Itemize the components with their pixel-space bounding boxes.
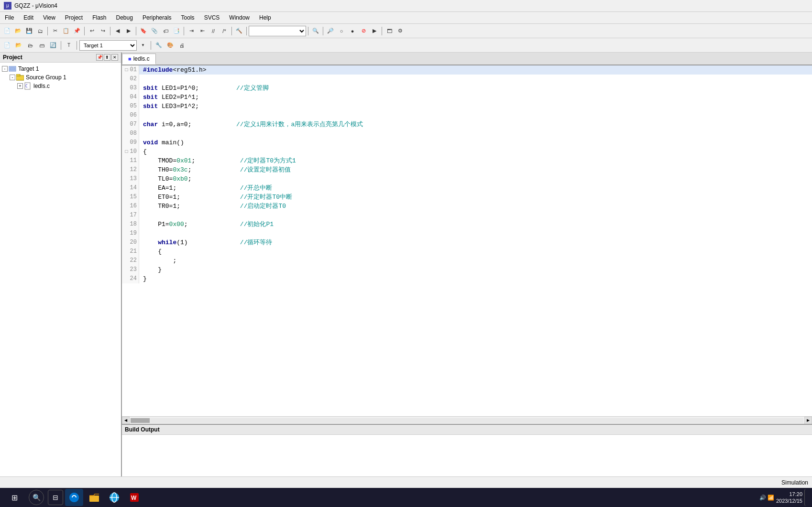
scroll-track[interactable] [131, 418, 803, 423]
start-button[interactable]: ⊞ [4, 489, 25, 506]
code-line-06: 06 [122, 111, 812, 120]
menu-edit[interactable]: Edit [19, 13, 38, 22]
scroll-right-button[interactable]: ▶ [804, 417, 812, 424]
save-all-button[interactable]: 🗂 [35, 26, 45, 36]
menu-project[interactable]: Project [60, 13, 88, 22]
panel-float-button[interactable]: ⬆ [104, 54, 110, 61]
menu-help[interactable]: Help [254, 13, 276, 22]
zoom-in-button[interactable]: 🔎 [325, 26, 336, 36]
code-line-16: 16 TR0=1; //启动定时器T0 [122, 202, 812, 211]
project-header: Project 📌 ⬆ ✕ [0, 53, 121, 63]
separator7 [246, 27, 247, 35]
code-line-05: 05 sbit LED3=P1^2; [122, 102, 812, 111]
new-file-button[interactable]: 📄 [2, 26, 12, 36]
folder-button[interactable]: 🗁 [25, 40, 35, 51]
code-content-12: TH0=0x3c; //设置定时器初值 [139, 165, 295, 174]
nav-back-button[interactable]: ◀ [112, 26, 123, 36]
paste-button[interactable]: 📌 [72, 26, 82, 36]
menu-debug[interactable]: Debug [111, 13, 138, 22]
settings-button[interactable]: ⚙ [395, 26, 406, 36]
menu-window[interactable]: Window [224, 13, 254, 22]
tree-source-group[interactable]: - Source Group 1 [0, 73, 121, 82]
code-line-11: 11 TMOD=0x01; //定时器T0为方式1 [122, 156, 812, 165]
code-editor[interactable]: □ 01 #include<reg51.h> 02 03 sbit LED1=P… [122, 65, 812, 416]
panel-close-button[interactable]: ✕ [111, 54, 118, 61]
editor-scrollbar[interactable]: ◀ ▶ [122, 416, 812, 424]
stop-button[interactable]: ⊘ [358, 26, 369, 36]
bookmark2-button[interactable]: 📎 [149, 26, 160, 36]
target-options-button[interactable]: T [64, 40, 74, 51]
app-icon: μ [4, 2, 11, 10]
taskbar-explorer[interactable] [85, 489, 103, 506]
reload-button[interactable]: 🔄 [48, 40, 58, 51]
print-button[interactable]: 🖨 [176, 40, 187, 51]
search-button[interactable]: 🔍 [29, 490, 44, 505]
redo-button[interactable]: ↪ [98, 26, 108, 36]
separator3 [110, 27, 110, 35]
indent-button[interactable]: ⇥ [186, 26, 197, 36]
uncomment-button[interactable]: /* [219, 26, 230, 36]
code-content-14: EA=1; //开总中断 [139, 183, 276, 193]
new2-button[interactable]: 📄 [2, 40, 12, 51]
db-button[interactable]: 🗃 [36, 40, 47, 51]
menu-tools[interactable]: Tools [176, 13, 199, 22]
line-num-17: 17 [122, 211, 139, 220]
status-mode: Simulation [781, 479, 808, 486]
build-header: Build Output [122, 425, 812, 435]
build-button[interactable]: 🔨 [234, 26, 244, 36]
separator8 [308, 27, 308, 35]
bookmark3-button[interactable]: 🏷 [160, 26, 171, 36]
open-file-button[interactable]: 📂 [13, 26, 23, 36]
taskbar-edge[interactable] [65, 489, 83, 506]
nav-fwd-button[interactable]: ▶ [123, 26, 134, 36]
circle1-button[interactable]: ○ [336, 26, 347, 36]
tab-ledls[interactable]: ■ ledls.c [122, 54, 156, 65]
menu-flash[interactable]: Flash [88, 13, 111, 22]
code-line-13: 13 TL0=0xb0; [122, 174, 812, 183]
search-dropdown[interactable] [249, 26, 306, 36]
code-content-17 [139, 211, 151, 220]
expand-source-group[interactable]: - [10, 75, 15, 80]
tab-icon-ledls: ■ [128, 56, 132, 62]
scroll-thumb[interactable] [131, 418, 150, 423]
comment-button[interactable]: // [208, 26, 219, 36]
scroll-left-button[interactable]: ◀ [122, 417, 130, 424]
circle2-button[interactable]: ● [347, 26, 358, 36]
menu-view[interactable]: View [38, 13, 60, 22]
color-button[interactable]: 🎨 [165, 40, 176, 51]
task-view-button[interactable]: ⊟ [48, 490, 63, 505]
toolbar1: 📄 📂 💾 🗂 ✂ 📋 📌 ↩ ↪ ◀ ▶ 🔖 📎 🏷 📑 ⇥ ⇤ // /* … [0, 24, 812, 38]
copy-button[interactable]: 📋 [61, 26, 71, 36]
manage-button[interactable]: 🔧 [154, 40, 164, 51]
expand-target1[interactable]: - [2, 66, 8, 72]
menu-peripherals[interactable]: Peripherals [138, 13, 176, 22]
line-num-23: 23 [122, 265, 139, 274]
code-line-04: 04 sbit LED2=P1^1; [122, 93, 812, 102]
menu-file[interactable]: File [0, 13, 19, 22]
taskbar-browser[interactable] [105, 489, 123, 506]
cut-button[interactable]: ✂ [50, 26, 60, 36]
menu-svcs[interactable]: SVCS [199, 13, 225, 22]
tree-file-ledls[interactable]: + C ledls.c [0, 82, 121, 90]
bookmark1-button[interactable]: 🔖 [138, 26, 149, 36]
bookmark4-button[interactable]: 📑 [171, 26, 182, 36]
show-desktop-button[interactable] [804, 489, 808, 506]
code-line-08: 08 [122, 129, 812, 138]
undo-button[interactable]: ↩ [87, 26, 97, 36]
line-num-04: 04 [122, 93, 139, 102]
open2-button[interactable]: 📂 [13, 40, 24, 51]
unindent-button[interactable]: ⇤ [197, 26, 208, 36]
target-dd-button[interactable]: ▼ [138, 40, 148, 51]
save-button[interactable]: 💾 [24, 26, 34, 36]
window-button[interactable]: 🗔 [384, 26, 395, 36]
svg-text:W: W [131, 495, 137, 501]
expand-ledls[interactable]: + [17, 83, 23, 89]
code-line-24: 24 } [122, 274, 812, 283]
target-dropdown[interactable]: Target 1 [79, 40, 137, 51]
panel-controls: 📌 ⬆ ✕ [96, 54, 118, 61]
run-button[interactable]: ▶ [369, 26, 380, 36]
panel-pin-button[interactable]: 📌 [96, 54, 103, 61]
taskbar-wps[interactable]: W [125, 489, 143, 506]
tree-target1[interactable]: - Target 1 [0, 65, 121, 73]
find-button[interactable]: 🔍 [310, 26, 321, 36]
